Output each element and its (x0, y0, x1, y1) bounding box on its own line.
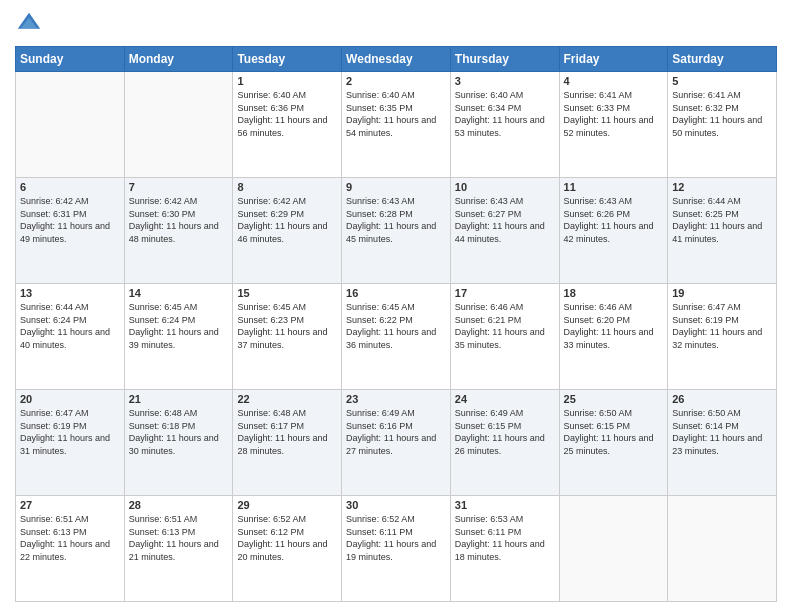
day-info: Sunrise: 6:41 AMSunset: 6:32 PMDaylight:… (672, 89, 772, 139)
calendar-cell: 7Sunrise: 6:42 AMSunset: 6:30 PMDaylight… (124, 178, 233, 284)
weekday-header: Tuesday (233, 47, 342, 72)
day-info: Sunrise: 6:53 AMSunset: 6:11 PMDaylight:… (455, 513, 555, 563)
day-number: 21 (129, 393, 229, 405)
day-info: Sunrise: 6:43 AMSunset: 6:27 PMDaylight:… (455, 195, 555, 245)
day-info: Sunrise: 6:44 AMSunset: 6:24 PMDaylight:… (20, 301, 120, 351)
calendar-cell: 1Sunrise: 6:40 AMSunset: 6:36 PMDaylight… (233, 72, 342, 178)
day-number: 7 (129, 181, 229, 193)
calendar-cell: 14Sunrise: 6:45 AMSunset: 6:24 PMDayligh… (124, 284, 233, 390)
day-info: Sunrise: 6:48 AMSunset: 6:18 PMDaylight:… (129, 407, 229, 457)
calendar-cell: 27Sunrise: 6:51 AMSunset: 6:13 PMDayligh… (16, 496, 125, 602)
calendar-cell: 24Sunrise: 6:49 AMSunset: 6:15 PMDayligh… (450, 390, 559, 496)
calendar-cell: 11Sunrise: 6:43 AMSunset: 6:26 PMDayligh… (559, 178, 668, 284)
calendar-cell: 20Sunrise: 6:47 AMSunset: 6:19 PMDayligh… (16, 390, 125, 496)
calendar-cell: 9Sunrise: 6:43 AMSunset: 6:28 PMDaylight… (342, 178, 451, 284)
day-number: 10 (455, 181, 555, 193)
day-number: 20 (20, 393, 120, 405)
day-number: 17 (455, 287, 555, 299)
calendar-cell: 6Sunrise: 6:42 AMSunset: 6:31 PMDaylight… (16, 178, 125, 284)
calendar-cell (16, 72, 125, 178)
day-number: 31 (455, 499, 555, 511)
day-info: Sunrise: 6:40 AMSunset: 6:35 PMDaylight:… (346, 89, 446, 139)
calendar-page: SundayMondayTuesdayWednesdayThursdayFrid… (0, 0, 792, 612)
weekday-header: Monday (124, 47, 233, 72)
calendar-cell (124, 72, 233, 178)
calendar-cell: 8Sunrise: 6:42 AMSunset: 6:29 PMDaylight… (233, 178, 342, 284)
day-info: Sunrise: 6:42 AMSunset: 6:29 PMDaylight:… (237, 195, 337, 245)
day-number: 1 (237, 75, 337, 87)
day-number: 3 (455, 75, 555, 87)
calendar-cell (559, 496, 668, 602)
day-info: Sunrise: 6:40 AMSunset: 6:36 PMDaylight:… (237, 89, 337, 139)
calendar-week-row: 1Sunrise: 6:40 AMSunset: 6:36 PMDaylight… (16, 72, 777, 178)
day-info: Sunrise: 6:47 AMSunset: 6:19 PMDaylight:… (20, 407, 120, 457)
calendar-week-row: 6Sunrise: 6:42 AMSunset: 6:31 PMDaylight… (16, 178, 777, 284)
day-info: Sunrise: 6:51 AMSunset: 6:13 PMDaylight:… (129, 513, 229, 563)
header (15, 10, 777, 38)
day-info: Sunrise: 6:52 AMSunset: 6:12 PMDaylight:… (237, 513, 337, 563)
calendar-cell: 19Sunrise: 6:47 AMSunset: 6:19 PMDayligh… (668, 284, 777, 390)
day-number: 11 (564, 181, 664, 193)
day-info: Sunrise: 6:45 AMSunset: 6:24 PMDaylight:… (129, 301, 229, 351)
day-number: 9 (346, 181, 446, 193)
calendar-cell: 12Sunrise: 6:44 AMSunset: 6:25 PMDayligh… (668, 178, 777, 284)
day-info: Sunrise: 6:50 AMSunset: 6:14 PMDaylight:… (672, 407, 772, 457)
calendar-cell (668, 496, 777, 602)
day-info: Sunrise: 6:46 AMSunset: 6:20 PMDaylight:… (564, 301, 664, 351)
calendar-cell: 13Sunrise: 6:44 AMSunset: 6:24 PMDayligh… (16, 284, 125, 390)
calendar-cell: 16Sunrise: 6:45 AMSunset: 6:22 PMDayligh… (342, 284, 451, 390)
weekday-header: Friday (559, 47, 668, 72)
calendar-cell: 28Sunrise: 6:51 AMSunset: 6:13 PMDayligh… (124, 496, 233, 602)
calendar-cell: 30Sunrise: 6:52 AMSunset: 6:11 PMDayligh… (342, 496, 451, 602)
weekday-header: Thursday (450, 47, 559, 72)
day-number: 29 (237, 499, 337, 511)
calendar-week-row: 27Sunrise: 6:51 AMSunset: 6:13 PMDayligh… (16, 496, 777, 602)
day-number: 5 (672, 75, 772, 87)
calendar-cell: 2Sunrise: 6:40 AMSunset: 6:35 PMDaylight… (342, 72, 451, 178)
weekday-header: Sunday (16, 47, 125, 72)
day-number: 23 (346, 393, 446, 405)
day-info: Sunrise: 6:42 AMSunset: 6:30 PMDaylight:… (129, 195, 229, 245)
day-number: 18 (564, 287, 664, 299)
calendar-cell: 25Sunrise: 6:50 AMSunset: 6:15 PMDayligh… (559, 390, 668, 496)
day-info: Sunrise: 6:42 AMSunset: 6:31 PMDaylight:… (20, 195, 120, 245)
day-number: 13 (20, 287, 120, 299)
day-info: Sunrise: 6:49 AMSunset: 6:15 PMDaylight:… (455, 407, 555, 457)
calendar-cell: 10Sunrise: 6:43 AMSunset: 6:27 PMDayligh… (450, 178, 559, 284)
calendar-cell: 3Sunrise: 6:40 AMSunset: 6:34 PMDaylight… (450, 72, 559, 178)
day-number: 2 (346, 75, 446, 87)
day-info: Sunrise: 6:40 AMSunset: 6:34 PMDaylight:… (455, 89, 555, 139)
day-number: 27 (20, 499, 120, 511)
day-number: 28 (129, 499, 229, 511)
day-number: 14 (129, 287, 229, 299)
calendar-cell: 21Sunrise: 6:48 AMSunset: 6:18 PMDayligh… (124, 390, 233, 496)
calendar-cell: 4Sunrise: 6:41 AMSunset: 6:33 PMDaylight… (559, 72, 668, 178)
calendar-table: SundayMondayTuesdayWednesdayThursdayFrid… (15, 46, 777, 602)
day-info: Sunrise: 6:49 AMSunset: 6:16 PMDaylight:… (346, 407, 446, 457)
day-number: 26 (672, 393, 772, 405)
day-number: 8 (237, 181, 337, 193)
day-number: 4 (564, 75, 664, 87)
day-number: 15 (237, 287, 337, 299)
day-info: Sunrise: 6:45 AMSunset: 6:23 PMDaylight:… (237, 301, 337, 351)
day-number: 6 (20, 181, 120, 193)
weekday-header: Saturday (668, 47, 777, 72)
calendar-cell: 26Sunrise: 6:50 AMSunset: 6:14 PMDayligh… (668, 390, 777, 496)
day-info: Sunrise: 6:51 AMSunset: 6:13 PMDaylight:… (20, 513, 120, 563)
day-number: 16 (346, 287, 446, 299)
day-number: 12 (672, 181, 772, 193)
calendar-week-row: 20Sunrise: 6:47 AMSunset: 6:19 PMDayligh… (16, 390, 777, 496)
logo (15, 10, 47, 38)
day-info: Sunrise: 6:45 AMSunset: 6:22 PMDaylight:… (346, 301, 446, 351)
day-info: Sunrise: 6:43 AMSunset: 6:28 PMDaylight:… (346, 195, 446, 245)
day-info: Sunrise: 6:47 AMSunset: 6:19 PMDaylight:… (672, 301, 772, 351)
calendar-header: SundayMondayTuesdayWednesdayThursdayFrid… (16, 47, 777, 72)
day-info: Sunrise: 6:50 AMSunset: 6:15 PMDaylight:… (564, 407, 664, 457)
calendar-cell: 5Sunrise: 6:41 AMSunset: 6:32 PMDaylight… (668, 72, 777, 178)
calendar-week-row: 13Sunrise: 6:44 AMSunset: 6:24 PMDayligh… (16, 284, 777, 390)
day-info: Sunrise: 6:52 AMSunset: 6:11 PMDaylight:… (346, 513, 446, 563)
calendar-cell: 15Sunrise: 6:45 AMSunset: 6:23 PMDayligh… (233, 284, 342, 390)
calendar-cell: 17Sunrise: 6:46 AMSunset: 6:21 PMDayligh… (450, 284, 559, 390)
logo-icon (15, 10, 43, 38)
day-number: 30 (346, 499, 446, 511)
